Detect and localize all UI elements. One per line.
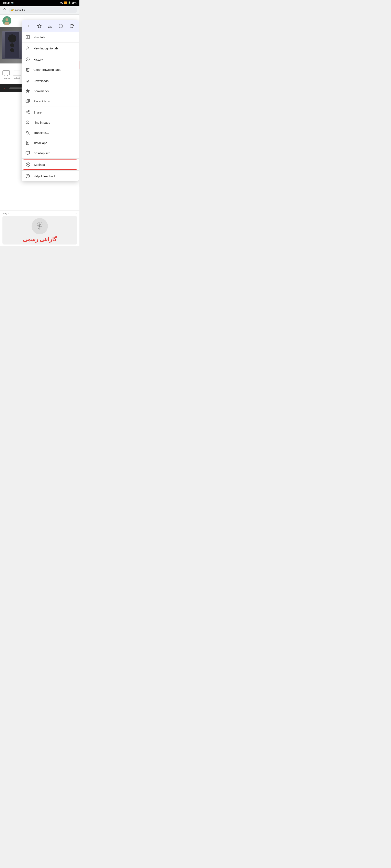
help-feedback-label: Help & feedback [33, 175, 75, 178]
svg-rect-3 [3, 70, 9, 75]
translate-icon [25, 130, 30, 135]
bookmark-button[interactable] [36, 22, 43, 30]
refresh-button[interactable] [68, 22, 75, 30]
svg-point-33 [26, 112, 27, 113]
downloads-label: Downloads [33, 79, 75, 83]
menu-item-bookmarks[interactable]: Bookmarks [22, 86, 79, 96]
svg-point-32 [28, 111, 30, 112]
desktop-icon [25, 151, 30, 155]
desktop-site-label: Desktop site [33, 151, 67, 155]
bookmarks-icon [25, 89, 30, 93]
avatar[interactable] [2, 16, 11, 25]
new-tab-label: New tab [33, 35, 75, 39]
clear-browsing-label: Clear browsing data [33, 68, 75, 71]
menu-item-translate[interactable]: Translate… [22, 128, 79, 138]
ad-text: گارانتی رسمی [23, 236, 57, 243]
svg-line-36 [27, 111, 28, 112]
incognito-icon [25, 46, 30, 51]
menu-item-new-tab[interactable]: New tab [22, 32, 79, 42]
home-button[interactable] [2, 8, 7, 12]
menu-item-new-incognito-tab[interactable]: New Incognito tab [22, 43, 79, 53]
dropdown-menu: New tab New Incognito tab [22, 20, 79, 181]
svg-point-1 [5, 18, 8, 21]
svg-marker-18 [37, 24, 41, 28]
menu-item-desktop-site[interactable]: Desktop site [22, 148, 79, 158]
time: 10:50 [3, 1, 9, 4]
divider-4 [22, 106, 79, 107]
svg-rect-43 [26, 151, 30, 154]
divider-5 [22, 158, 79, 159]
downloads-icon [25, 78, 30, 83]
svg-point-26 [27, 47, 28, 48]
menu-toolbar [22, 20, 79, 32]
menu-item-share[interactable]: Share… [22, 107, 79, 117]
browser-chrome: 🔐 zoomit.ir [0, 6, 79, 14]
install-icon [25, 141, 30, 145]
ad-label: تبلیغات [2, 212, 9, 215]
history-icon [25, 57, 30, 62]
close-ad-icon[interactable]: ✕ [75, 212, 77, 215]
install-app-label: Install app [33, 141, 75, 145]
ad-banner: ✕ تبلیغات گارانتی رسمی [0, 210, 79, 246]
menu-item-history[interactable]: History [22, 54, 79, 64]
history-label: History [33, 58, 75, 61]
back-arrow-icon[interactable]: ← [3, 86, 7, 90]
address-bar[interactable]: 🔐 zoomit.ir [8, 7, 77, 13]
network-icon: 4G [60, 1, 63, 4]
menu-item-settings[interactable]: Settings [23, 159, 77, 169]
forward-button[interactable] [25, 22, 32, 30]
bookmarks-label: Bookmarks [33, 89, 75, 93]
share-label: Share… [33, 111, 75, 114]
url-text: zoomit.ir [15, 8, 25, 11]
instagram-icon: 📷 [11, 2, 13, 4]
help-icon [25, 174, 30, 179]
menu-item-install-app[interactable]: Install app [22, 138, 79, 148]
svg-point-34 [28, 113, 30, 114]
svg-point-46 [27, 164, 29, 165]
recent-tabs-label: Recent tabs [33, 99, 75, 103]
download-button[interactable] [47, 22, 54, 30]
divider-1 [22, 42, 79, 43]
scrollbar-thumb [79, 61, 79, 69]
info-button[interactable] [57, 22, 64, 30]
menu-item-help-feedback[interactable]: Help & feedback [22, 171, 79, 181]
ad-header: ✕ تبلیغات [2, 212, 77, 215]
battery-percent: 85% [72, 1, 77, 4]
menu-item-downloads[interactable]: Downloads [22, 76, 79, 86]
svg-rect-7 [14, 71, 20, 75]
menu-item-clear-browsing[interactable]: Clear browsing data [22, 64, 79, 75]
status-bar: 10:50 📷 4G 📶 🔋 85% [0, 0, 79, 6]
divider-2 [22, 54, 79, 54]
scrollbar-track[interactable] [79, 20, 79, 187]
menu-item-recent-tabs[interactable]: Recent tabs [22, 96, 79, 106]
svg-point-52 [39, 225, 40, 227]
gear-icon [26, 162, 31, 167]
trash-icon [25, 67, 30, 72]
lock-icon: 🔐 [11, 9, 14, 11]
translate-label: Translate… [33, 131, 75, 134]
status-left: 10:50 📷 [3, 1, 13, 4]
divider-6 [22, 170, 79, 171]
ad-content: گارانتی رسمی [2, 216, 77, 245]
settings-label: Settings [34, 163, 75, 166]
menu-item-find-in-page[interactable]: Find in page [22, 117, 79, 128]
svg-line-38 [29, 123, 29, 124]
new-tab-icon [25, 35, 30, 39]
status-right: 4G 📶 🔋 85% [60, 1, 77, 4]
battery-icon: 🔋 [68, 1, 71, 4]
svg-line-35 [27, 113, 28, 113]
share-icon [25, 110, 30, 115]
find-icon [25, 120, 30, 125]
cat-laptop: لپ‌تاپ [13, 70, 21, 79]
signal-icon: 📶 [64, 1, 67, 4]
page-content: S24؛ کدام گوشی راهنمایی می‌کند تلویزیون … [0, 14, 79, 246]
svg-point-2 [4, 22, 9, 25]
svg-marker-29 [26, 89, 30, 93]
desktop-site-checkbox[interactable] [71, 151, 75, 155]
find-in-page-label: Find in page [33, 121, 75, 124]
cat-tv: تلویزیون [2, 70, 10, 79]
incognito-tab-label: New Incognito tab [33, 46, 75, 50]
recent-tabs-icon [25, 99, 30, 103]
